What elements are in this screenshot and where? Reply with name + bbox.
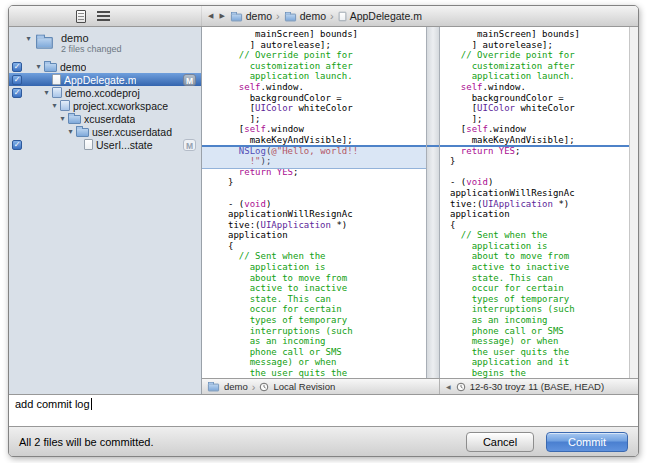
commit-status-text: All 2 files will be committed. [19, 436, 466, 448]
disclosure-triangle-icon[interactable]: ▾ [49, 99, 60, 112]
content-area: ▾ demo 2 files changed ✓ ▾ demo ✓ [9, 27, 638, 394]
commit-message-field[interactable]: add commit log [9, 394, 638, 426]
breadcrumb-separator-icon: › [330, 10, 334, 22]
code-line: applicationWillResignAc [450, 188, 629, 199]
footer-revision-label: 12-6-30 troyz 11 (BASE, HEAD) [470, 381, 604, 392]
diff-pane-base[interactable]: mainScreen] bounds] ] autorelease]; // O… [440, 27, 629, 378]
folder-icon [285, 13, 296, 21]
sidebar-file-tree: ▾ demo 2 files changed ✓ ▾ demo ✓ [9, 27, 202, 394]
code-line: interruptions (such [228, 326, 426, 337]
breadcrumb-item-file[interactable]: AppDelegate.m [338, 10, 422, 22]
item-label: demo.xcodeproj [65, 87, 140, 99]
sidebar-item-xcodeproj[interactable]: ✓ ▾ demo.xcodeproj [9, 86, 201, 99]
code-line: ] autorelease]; [228, 40, 426, 51]
commit-checkbox[interactable]: ✓ [12, 62, 22, 72]
item-label: project.xcworkspace [73, 100, 168, 112]
code-line: [self.window [450, 124, 629, 135]
code-line: self.window. [228, 82, 426, 93]
code-line: // Override point for [450, 50, 629, 61]
folder-icon [231, 13, 242, 21]
list-icon [97, 11, 110, 21]
breadcrumb-item-project[interactable]: demo [230, 10, 272, 22]
commit-checkbox[interactable]: ✓ [12, 88, 22, 98]
code-line: as an incoming [228, 336, 426, 347]
left-revision-jumpbar[interactable]: demo › Local Revision [202, 379, 440, 394]
item-label: AppDelegate.m [64, 74, 136, 86]
cancel-button[interactable]: Cancel [466, 432, 534, 452]
code-line: backgroundColor = [450, 93, 629, 104]
code-line: message) or when [228, 357, 426, 368]
breadcrumb-label: demo [300, 10, 326, 22]
breadcrumb-label: demo [246, 10, 272, 22]
sidebar-item-xcworkspace[interactable]: ▾ project.xcworkspace [9, 99, 201, 112]
back-icon[interactable]: ◀ [445, 383, 452, 390]
bottom-bar: All 2 files will be committed. Cancel Co… [9, 426, 638, 456]
code-line: state. This can [228, 294, 426, 305]
code-line: // Override point for [228, 50, 426, 61]
sidebar-item-userdatad[interactable]: ▾ user.xcuserdatad [9, 125, 201, 138]
code-line: the user quits the [228, 368, 426, 378]
sidebar-item-userstate[interactable]: ✓ UserI...state M [9, 138, 201, 151]
code-line: backgroundColor = [228, 93, 426, 104]
breadcrumb-separator-icon: › [276, 10, 280, 22]
code-line [450, 167, 629, 178]
right-revision-jumpbar[interactable]: ◀ 12-6-30 troyz 11 (BASE, HEAD) [440, 379, 638, 394]
item-label: demo [60, 61, 86, 73]
disclosure-triangle-icon[interactable]: ▾ [41, 86, 52, 99]
disclosure-triangle-icon[interactable]: ▾ [57, 112, 68, 125]
list-view-button[interactable] [97, 11, 110, 21]
code-line: - (void) [450, 177, 629, 188]
code-line: state. This can [450, 273, 629, 284]
sidebar-root-item[interactable]: ▾ demo 2 files changed [9, 32, 201, 60]
commit-button[interactable]: Commit [546, 432, 628, 452]
code-line: begins the [450, 368, 629, 378]
flat-view-button[interactable] [76, 10, 86, 23]
code-line: types of temporary [450, 294, 629, 305]
commit-message-text: add commit log [15, 398, 90, 410]
code-line: application [450, 209, 629, 220]
disclosure-triangle-icon[interactable]: ▾ [65, 125, 76, 138]
folder-icon [68, 115, 81, 124]
toolbar-left [9, 6, 202, 26]
breadcrumb-item-group[interactable]: demo [284, 10, 326, 22]
check-icon: ✓ [14, 63, 21, 71]
code-line: the user quits the [450, 347, 629, 358]
commit-checkbox[interactable]: ✓ [12, 140, 22, 150]
code-line: application [228, 230, 426, 241]
disclosure-triangle-icon[interactable]: ▾ [33, 60, 44, 73]
forward-icon[interactable]: ▶ [218, 12, 225, 20]
back-icon[interactable]: ◀ [207, 12, 214, 20]
folder-icon [76, 128, 89, 137]
code-line: occur for certain [228, 304, 426, 315]
diff-change-highlight [202, 145, 426, 169]
code-line: active to inactive [450, 262, 629, 273]
toolbar: ◀ ▶ demo › demo › AppDelegate.m [9, 6, 638, 27]
document-icon [76, 10, 86, 23]
code-line: - (void) [228, 199, 426, 210]
commit-sheet-window: ◀ ▶ demo › demo › AppDelegate.m [8, 5, 639, 457]
commit-checkbox[interactable]: ✓ [12, 75, 22, 85]
sidebar-item-demo[interactable]: ✓ ▾ demo [9, 60, 201, 73]
disclosure-triangle-icon[interactable]: ▾ [23, 32, 34, 45]
sidebar-item-appdelegate[interactable]: ✓ AppDelegate.m M [9, 73, 201, 86]
check-icon: ✓ [14, 89, 21, 97]
code-line: phone call or SMS [450, 326, 629, 337]
code-line: message) or when [450, 336, 629, 347]
code-line: // Sent when the [450, 230, 629, 241]
project-icon [52, 87, 62, 98]
status-badge-modified: M [183, 139, 196, 151]
vertical-scrollbar[interactable] [629, 27, 638, 378]
footer-revision-label: Local Revision [273, 381, 335, 392]
code-line: } [450, 156, 629, 167]
diff-pane-local[interactable]: mainScreen] bounds] ] autorelease]; // O… [202, 27, 426, 378]
code-line: { [450, 220, 629, 231]
code-line: types of temporary [228, 315, 426, 326]
diff-panes: mainScreen] bounds] ] autorelease]; // O… [202, 27, 638, 378]
file-icon [84, 139, 93, 150]
sidebar-item-xcuserdata[interactable]: ▾ xcuserdata [9, 112, 201, 125]
code-line: makeKeyAndVisible]; [450, 135, 629, 146]
code-line: [self.window [228, 124, 426, 135]
code-line: self.window. [450, 82, 629, 93]
code-line: about to move from [228, 273, 426, 284]
code-line: tive:(UIApplication *) [228, 220, 426, 231]
